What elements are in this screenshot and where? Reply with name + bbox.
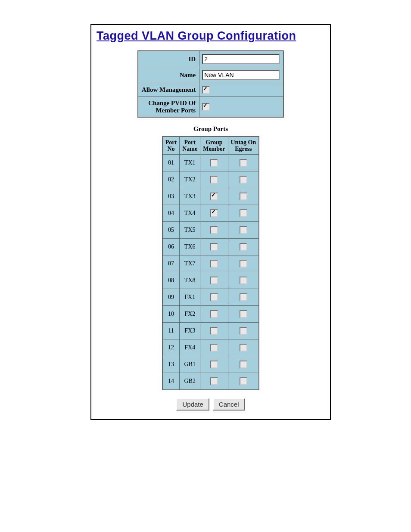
- port-no: 14: [162, 373, 180, 390]
- port-name: FX1: [180, 289, 200, 306]
- group-member-checkbox[interactable]: [210, 293, 218, 301]
- port-name: TX8: [180, 272, 200, 289]
- table-row: 02TX2: [162, 171, 259, 188]
- button-row: Update Cancel: [97, 398, 325, 411]
- table-row: 03TX3: [162, 188, 259, 205]
- config-table: ID Name Allow Management Change PVID: [137, 50, 284, 118]
- untag-on-egress-checkbox[interactable]: [240, 193, 247, 200]
- page-title: Tagged VLAN Group Configuration: [97, 29, 325, 43]
- untag-on-egress-checkbox[interactable]: [240, 327, 247, 335]
- table-row: 09FX1: [162, 289, 259, 306]
- port-no: 13: [162, 356, 180, 373]
- port-no: 12: [162, 339, 180, 356]
- port-name: GB2: [180, 373, 200, 390]
- port-no: 08: [162, 272, 180, 289]
- untag-on-egress-checkbox[interactable]: [240, 293, 247, 301]
- port-name: TX2: [180, 171, 200, 188]
- port-no: 02: [162, 171, 180, 188]
- update-button[interactable]: Update: [176, 398, 209, 411]
- name-label: Name: [138, 67, 199, 83]
- untag-on-egress-checkbox[interactable]: [240, 176, 247, 184]
- table-row: 10FX2: [162, 306, 259, 323]
- table-row: 08TX8: [162, 272, 259, 289]
- group-member-checkbox[interactable]: [210, 159, 218, 167]
- config-frame: Tagged VLAN Group Configuration ID Name …: [90, 24, 331, 420]
- port-name: TX3: [180, 188, 200, 205]
- port-name: GB1: [180, 356, 200, 373]
- table-row: 11FX3: [162, 323, 259, 339]
- untag-on-egress-checkbox[interactable]: [240, 226, 247, 234]
- group-member-checkbox[interactable]: [210, 209, 218, 217]
- change-pvid-label-line2: Member Ports: [156, 107, 196, 114]
- port-no: 09: [162, 289, 180, 306]
- untag-on-egress-checkbox[interactable]: [240, 209, 247, 217]
- id-label: ID: [138, 51, 199, 67]
- port-no: 06: [162, 239, 180, 255]
- col-untag-on-egress: Untag On Egress: [228, 137, 259, 155]
- untag-on-egress-checkbox[interactable]: [240, 377, 247, 385]
- port-no: 04: [162, 205, 180, 222]
- port-name: FX3: [180, 323, 200, 339]
- untag-on-egress-checkbox[interactable]: [240, 159, 247, 167]
- port-name: FX2: [180, 306, 200, 323]
- port-no: 10: [162, 306, 180, 323]
- table-row: 05TX5: [162, 222, 259, 239]
- group-member-checkbox[interactable]: [210, 310, 218, 318]
- group-member-checkbox[interactable]: [210, 243, 218, 251]
- group-member-checkbox[interactable]: [210, 226, 218, 234]
- port-no: 07: [162, 255, 180, 272]
- name-input[interactable]: [202, 70, 280, 80]
- table-row: 12FX4: [162, 339, 259, 356]
- group-ports-title: Group Ports: [97, 125, 325, 133]
- port-no: 03: [162, 188, 180, 205]
- port-name: FX4: [180, 339, 200, 356]
- col-group-member: Group Member: [200, 137, 228, 155]
- table-row: 01TX1: [162, 155, 259, 171]
- change-pvid-label: Change PVID Of Member Ports: [138, 96, 199, 117]
- port-name: TX4: [180, 205, 200, 222]
- group-member-checkbox[interactable]: [210, 193, 218, 200]
- id-input[interactable]: [202, 54, 280, 64]
- untag-on-egress-checkbox[interactable]: [240, 260, 247, 268]
- port-name: TX7: [180, 255, 200, 272]
- port-no: 05: [162, 222, 180, 239]
- port-no: 11: [162, 323, 180, 339]
- untag-on-egress-checkbox[interactable]: [240, 277, 247, 284]
- change-pvid-checkbox[interactable]: [202, 103, 210, 111]
- col-port-no: Port No: [162, 137, 180, 155]
- port-name: TX6: [180, 239, 200, 255]
- port-name: TX5: [180, 222, 200, 239]
- port-name: TX1: [180, 155, 200, 171]
- untag-on-egress-checkbox[interactable]: [240, 344, 247, 352]
- group-member-checkbox[interactable]: [210, 277, 218, 284]
- untag-on-egress-checkbox[interactable]: [240, 361, 247, 368]
- table-row: 14GB2: [162, 373, 259, 390]
- change-pvid-label-line1: Change PVID Of: [148, 100, 196, 106]
- table-row: 04TX4: [162, 205, 259, 222]
- group-member-checkbox[interactable]: [210, 344, 218, 352]
- cancel-button[interactable]: Cancel: [213, 398, 245, 411]
- untag-on-egress-checkbox[interactable]: [240, 243, 247, 251]
- allow-management-checkbox[interactable]: [202, 86, 210, 94]
- allow-management-label: Allow Management: [138, 83, 199, 97]
- table-row: 13GB1: [162, 356, 259, 373]
- group-member-checkbox[interactable]: [210, 176, 218, 184]
- col-port-name: Port Name: [180, 137, 200, 155]
- group-member-checkbox[interactable]: [210, 377, 218, 385]
- untag-on-egress-checkbox[interactable]: [240, 310, 247, 318]
- port-no: 01: [162, 155, 180, 171]
- ports-table: Port No Port Name Group Member Untag On …: [162, 136, 259, 391]
- table-row: 07TX7: [162, 255, 259, 272]
- table-row: 06TX6: [162, 239, 259, 255]
- group-member-checkbox[interactable]: [210, 361, 218, 368]
- group-member-checkbox[interactable]: [210, 260, 218, 268]
- group-member-checkbox[interactable]: [210, 327, 218, 335]
